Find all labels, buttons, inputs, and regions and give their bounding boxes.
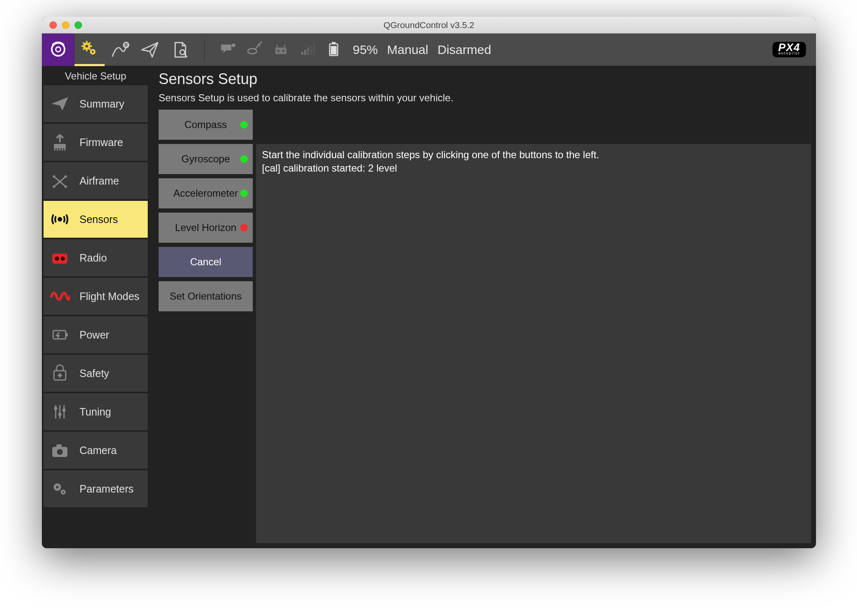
- sidebar-item-summary[interactable]: Summary: [44, 85, 148, 122]
- sidebar-item-label: Firmware: [80, 136, 123, 149]
- cancel-button[interactable]: Cancel: [159, 247, 253, 277]
- compass-button[interactable]: Compass: [159, 110, 253, 140]
- sidebar-item-tuning[interactable]: Tuning: [44, 393, 148, 430]
- qgc-logo-icon: [49, 40, 68, 59]
- gyroscope-button[interactable]: Gyroscope: [159, 144, 253, 174]
- minimize-window-button[interactable]: [62, 21, 69, 29]
- button-label: Compass: [185, 119, 227, 131]
- svg-point-15: [248, 49, 257, 54]
- svg-rect-23: [304, 49, 306, 54]
- toolbar-separator: [204, 39, 205, 61]
- gears-small-icon: [50, 479, 70, 499]
- sidebar-item-label: Summary: [80, 98, 124, 110]
- status-indicator-ok: [240, 190, 248, 197]
- brand-sub: autopilot: [778, 52, 800, 55]
- sensors-icon: [50, 209, 70, 229]
- fly-view-button[interactable]: [135, 33, 165, 66]
- document-search-icon: [170, 40, 190, 59]
- window-controls: [49, 21, 82, 29]
- log-line: [cal] calibration started: 2 level: [262, 162, 805, 175]
- svg-rect-29: [331, 46, 336, 54]
- sidebar-item-parameters[interactable]: Parameters: [44, 470, 148, 507]
- setup-sidebar: Vehicle Setup Summary Firmware Airframe …: [42, 66, 149, 548]
- svg-point-18: [277, 49, 279, 51]
- page-title: Sensors Setup: [159, 70, 807, 88]
- airframe-icon: [50, 171, 70, 191]
- paper-plane-icon: [140, 40, 159, 59]
- svg-point-45: [55, 257, 59, 261]
- firmware-icon: [50, 132, 70, 152]
- app-logo-button[interactable]: [42, 33, 74, 66]
- analyze-view-button[interactable]: [165, 33, 195, 66]
- level-horizon-button[interactable]: Level Horizon: [159, 213, 253, 243]
- plan-view-button[interactable]: B: [105, 33, 135, 66]
- safety-icon: [50, 363, 70, 383]
- paper-plane-icon: [50, 94, 70, 114]
- sidebar-item-radio[interactable]: Radio: [44, 239, 148, 276]
- flight-mode-text[interactable]: Manual: [387, 43, 428, 57]
- svg-rect-44: [52, 254, 67, 264]
- sidebar-item-label: Airframe: [80, 175, 119, 187]
- signal-icon[interactable]: [299, 40, 317, 59]
- button-label: Set Orientations: [169, 290, 241, 302]
- battery-text: 95%: [353, 43, 378, 57]
- svg-point-64: [62, 491, 64, 493]
- close-window-button[interactable]: [49, 21, 57, 29]
- top-toolbar: B 95% Manual Disa: [42, 33, 816, 66]
- sidebar-item-firmware[interactable]: Firmware: [44, 124, 148, 161]
- waypoint-icon: B: [110, 40, 129, 59]
- calibration-buttons: Gyroscope Accelerometer Level Horizon Ca…: [159, 144, 253, 543]
- svg-rect-47: [53, 331, 66, 339]
- log-line: Start the individual calibration steps b…: [262, 148, 805, 162]
- brand-main: PX4: [778, 43, 800, 52]
- titlebar: QGroundControl v3.5.2: [42, 17, 816, 33]
- svg-rect-28: [332, 42, 336, 44]
- battery-icon: [326, 40, 344, 59]
- page-subtitle: Sensors Setup is used to calibrate the s…: [159, 92, 807, 104]
- power-icon: [50, 325, 70, 345]
- sidebar-item-label: Flight Modes: [80, 290, 139, 303]
- flight-modes-icon: [50, 286, 70, 306]
- svg-rect-59: [56, 444, 62, 448]
- sidebar-item-label: Safety: [80, 367, 109, 380]
- messages-icon[interactable]: [219, 40, 236, 59]
- svg-point-19: [282, 49, 285, 51]
- sidebar-item-flight-modes[interactable]: Flight Modes: [44, 278, 148, 315]
- sidebar-item-sensors[interactable]: Sensors: [44, 201, 148, 238]
- svg-point-43: [58, 217, 62, 221]
- arm-state-text[interactable]: Disarmed: [437, 43, 491, 57]
- svg-text:B: B: [125, 42, 128, 47]
- camera-icon: [50, 440, 70, 460]
- svg-rect-24: [307, 47, 309, 55]
- sidebar-item-safety[interactable]: Safety: [44, 355, 148, 392]
- svg-point-63: [56, 486, 59, 488]
- accelerometer-button[interactable]: Accelerometer: [159, 178, 253, 208]
- svg-point-46: [61, 257, 65, 261]
- status-indicator-ok: [240, 121, 248, 128]
- gps-icon[interactable]: [246, 40, 263, 59]
- setup-view-button[interactable]: [74, 33, 105, 66]
- maximize-window-button[interactable]: [74, 21, 82, 29]
- sidebar-item-airframe[interactable]: Airframe: [44, 162, 148, 199]
- svg-point-57: [62, 408, 66, 412]
- window-title: QGroundControl v3.5.2: [42, 20, 816, 30]
- svg-point-60: [57, 449, 63, 455]
- button-label: Gyroscope: [181, 153, 230, 165]
- svg-point-8: [85, 45, 88, 48]
- svg-point-1: [56, 47, 61, 52]
- rc-icon[interactable]: [272, 40, 290, 59]
- status-indicator-ok: [240, 155, 248, 163]
- sidebar-item-camera[interactable]: Camera: [44, 432, 148, 469]
- svg-rect-30: [54, 144, 66, 148]
- svg-point-9: [92, 51, 94, 53]
- svg-point-14: [232, 43, 236, 47]
- sidebar-item-label: Parameters: [80, 483, 133, 495]
- button-label: Level Horizon: [175, 222, 236, 234]
- button-label: Cancel: [190, 256, 221, 268]
- autopilot-brand: PX4 autopilot: [772, 42, 806, 57]
- sidebar-item-power[interactable]: Power: [44, 316, 148, 353]
- svg-rect-26: [313, 43, 315, 55]
- sidebar-item-label: Tuning: [80, 406, 111, 418]
- sidebar-item-label: Sensors: [80, 213, 118, 226]
- set-orientations-button[interactable]: Set Orientations: [159, 281, 253, 311]
